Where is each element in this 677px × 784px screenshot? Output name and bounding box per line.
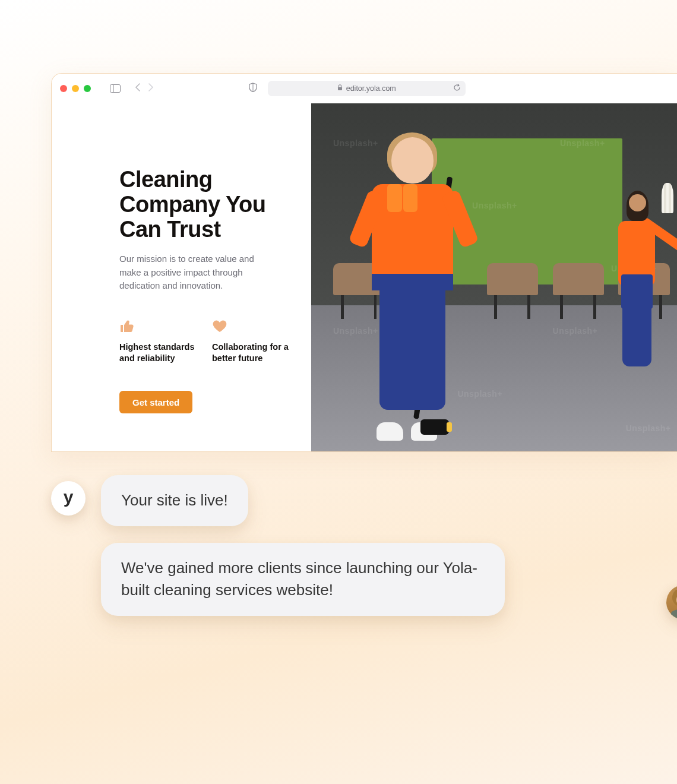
cta-label: Get started (132, 397, 179, 407)
chat-bubble: We've gained more clients since launchin… (101, 543, 505, 616)
feature-item: Collaborating for a better future (212, 319, 289, 365)
get-started-button[interactable]: Get started (119, 391, 192, 413)
feature-title: Collaborating for a better future (212, 342, 289, 365)
feature-list: Highest standards and reliability Collab… (119, 319, 311, 365)
hero-left: Cleaning Company You Can Trust Our missi… (52, 103, 311, 451)
lock-icon (337, 84, 343, 93)
yola-avatar: y (51, 481, 86, 516)
close-icon[interactable] (60, 85, 67, 92)
sidebar-toggle-icon[interactable] (110, 84, 121, 93)
hero-image: Unsplash+ Unsplash+ Unsplash+ Unsplash+ … (311, 103, 677, 451)
hero-subtitle: Our mission is to create value and make … (119, 252, 274, 293)
browser-toolbar: editor.yola.com (52, 74, 677, 103)
address-bar-host: editor.yola.com (346, 84, 396, 93)
heart-icon (212, 319, 289, 333)
svg-rect-0 (110, 85, 121, 93)
user-avatar (666, 585, 677, 619)
hero-title: Cleaning Company You Can Trust (119, 167, 311, 242)
person-secondary (604, 191, 670, 382)
chat-row-yola: y Your site is live! (51, 475, 641, 526)
chat-row-user: We've gained more clients since launchin… (101, 543, 641, 616)
site-preview: Cleaning Company You Can Trust Our missi… (52, 103, 677, 451)
chat-bubble-text: We've gained more clients since launchin… (121, 559, 477, 599)
reload-icon[interactable] (453, 84, 461, 93)
chat-bubble: Your site is live! (101, 475, 248, 526)
chat-area: y Your site is live! We've gained more c… (51, 475, 641, 616)
window-controls (60, 85, 91, 92)
nav-arrows (135, 83, 154, 94)
yola-avatar-initial: y (64, 487, 74, 507)
maximize-icon[interactable] (84, 85, 91, 92)
chat-bubble-text: Your site is live! (121, 491, 228, 509)
svg-rect-2 (338, 87, 342, 91)
address-bar[interactable]: editor.yola.com (268, 81, 466, 96)
person-primary (348, 128, 480, 441)
forward-arrow-icon[interactable] (148, 83, 154, 94)
feature-title: Highest standards and reliability (119, 342, 197, 365)
browser-window: editor.yola.com Cleaning Company You Can… (51, 73, 677, 452)
shield-icon[interactable] (249, 83, 257, 94)
feature-item: Highest standards and reliability (119, 319, 197, 365)
back-arrow-icon[interactable] (135, 83, 141, 94)
thumbs-up-icon (119, 319, 197, 333)
minimize-icon[interactable] (72, 85, 79, 92)
